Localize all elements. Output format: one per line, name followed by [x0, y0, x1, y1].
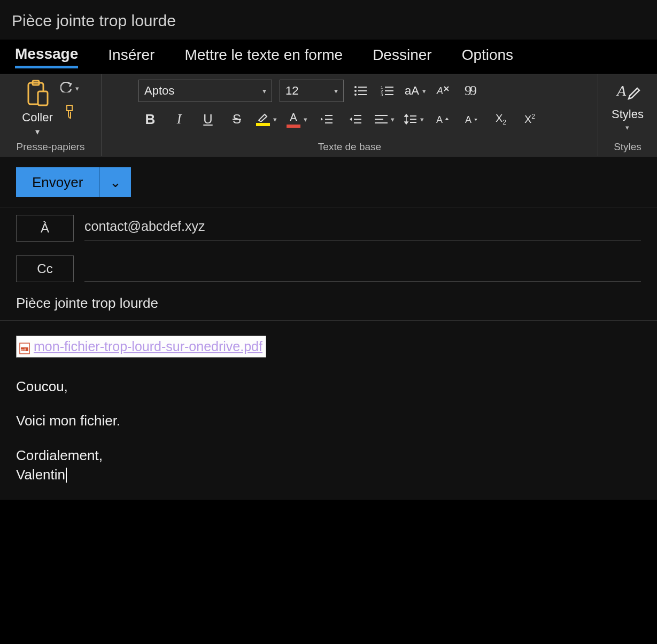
- chevron-down-icon: ▾: [304, 115, 307, 123]
- change-case-button[interactable]: aA ▾: [405, 84, 426, 98]
- group-label-basic-text: Texte de base: [318, 137, 381, 153]
- send-button[interactable]: Envoyer: [16, 167, 100, 197]
- svg-rect-3: [67, 105, 72, 111]
- compose-pane: Envoyer ⌄ À Cc Pièce jointe trop lourde …: [0, 156, 657, 500]
- attachment-link[interactable]: mon-fichier-trop-lourd-sur-onedrive.pdf: [34, 337, 262, 356]
- format-painter-button[interactable]: [64, 104, 75, 121]
- svg-rect-9: [358, 94, 367, 95]
- send-split-button[interactable]: Envoyer ⌄: [16, 167, 131, 197]
- chevron-down-icon: ▾: [75, 84, 79, 92]
- svg-rect-22: [354, 122, 361, 123]
- body-line: Valentin: [16, 465, 641, 484]
- font-family-select[interactable]: Aptos ▾: [138, 80, 272, 102]
- tab-insert[interactable]: Insérer: [108, 46, 154, 67]
- chevron-down-icon: ▾: [422, 87, 426, 95]
- bold-button[interactable]: B: [141, 110, 160, 129]
- svg-rect-21: [354, 119, 361, 120]
- tab-message[interactable]: Message: [15, 45, 78, 68]
- body-line: Voici mon fichier.: [16, 411, 641, 430]
- attachment-chip[interactable]: pdf mon-fichier-trop-lourd-sur-onedrive.…: [16, 336, 266, 358]
- svg-text:A: A: [616, 82, 627, 99]
- svg-rect-26: [410, 115, 416, 117]
- to-button[interactable]: À: [16, 215, 74, 242]
- increase-font-button[interactable]: A: [434, 110, 453, 129]
- window-title: Pièce jointe trop lourde: [0, 0, 657, 40]
- chevron-down-icon: ▾: [334, 87, 338, 95]
- to-input[interactable]: [84, 215, 641, 241]
- align-left-icon: [375, 114, 388, 125]
- svg-rect-25: [375, 122, 388, 123]
- body-line: Cordialement,: [16, 446, 641, 465]
- decrease-font-button[interactable]: A: [462, 110, 482, 129]
- undo-icon: [60, 82, 73, 95]
- styles-button[interactable]: A Styles ▾: [606, 80, 649, 131]
- chevron-down-icon: ▾: [391, 115, 395, 123]
- superscript-button[interactable]: X2: [520, 110, 539, 129]
- svg-rect-15: [385, 94, 393, 95]
- ribbon-tabbar: Message Insérer Mettre le texte en forme…: [0, 40, 657, 74]
- chevron-down-icon: ▾: [273, 115, 277, 123]
- pdf-icon: pdf: [19, 340, 30, 353]
- ribbon-group-clipboard: Coller ▾ ▾ Presse-papiers: [0, 74, 102, 156]
- svg-rect-18: [325, 119, 333, 120]
- align-button[interactable]: ▾: [375, 114, 395, 125]
- paste-label: Coller: [22, 111, 52, 125]
- italic-button[interactable]: I: [169, 110, 189, 129]
- send-dropdown[interactable]: ⌄: [100, 167, 131, 197]
- cc-input[interactable]: [84, 256, 641, 282]
- clear-formatting-button[interactable]: A: [434, 81, 453, 100]
- subscript-button[interactable]: X2: [491, 110, 511, 129]
- message-body[interactable]: pdf mon-fichier-trop-lourd-sur-onedrive.…: [0, 321, 657, 500]
- svg-rect-7: [358, 90, 367, 91]
- ribbon-group-styles: A Styles ▾ Styles: [598, 74, 657, 156]
- subject-input[interactable]: Pièce jointe trop lourde: [16, 295, 641, 312]
- font-size-select[interactable]: 12 ▾: [280, 80, 344, 102]
- svg-rect-2: [38, 91, 48, 105]
- svg-rect-5: [358, 87, 367, 88]
- group-label-clipboard: Presse-papiers: [17, 137, 85, 153]
- line-spacing-icon: [404, 113, 417, 125]
- undo-button[interactable]: ▾: [60, 82, 79, 95]
- chevron-down-icon: ▾: [625, 123, 629, 131]
- svg-rect-27: [410, 119, 416, 120]
- text-cursor: [66, 468, 67, 483]
- font-size-value: 12: [285, 84, 298, 98]
- chevron-down-icon: ▾: [420, 115, 424, 123]
- change-case-icon: aA: [405, 84, 419, 98]
- svg-point-4: [354, 86, 357, 88]
- bulleted-list-button[interactable]: [351, 81, 370, 100]
- strikethrough-button[interactable]: S: [227, 110, 246, 129]
- tab-options[interactable]: Options: [462, 46, 514, 67]
- tab-draw[interactable]: Dessiner: [373, 46, 431, 67]
- chevron-down-icon: ⌄: [110, 174, 121, 191]
- svg-text:A: A: [436, 86, 443, 96]
- svg-text:A: A: [436, 114, 443, 125]
- quote-button[interactable]: 99: [460, 81, 480, 100]
- cc-button[interactable]: Cc: [16, 255, 74, 282]
- styles-label: Styles: [612, 107, 644, 121]
- paste-button[interactable]: Coller ▾: [22, 80, 52, 137]
- svg-text:3: 3: [381, 92, 383, 97]
- font-color-button[interactable]: A ▾: [287, 111, 307, 128]
- svg-rect-11: [385, 87, 393, 88]
- tab-format-text[interactable]: Mettre le texte en forme: [184, 46, 343, 67]
- underline-button[interactable]: U: [198, 110, 218, 129]
- highlight-swatch: [256, 123, 270, 126]
- line-spacing-button[interactable]: ▾: [404, 113, 424, 125]
- svg-point-8: [354, 94, 357, 96]
- increase-indent-button[interactable]: [346, 110, 365, 129]
- svg-rect-20: [354, 115, 361, 116]
- highlight-color-button[interactable]: ▾: [256, 112, 277, 126]
- svg-point-6: [354, 90, 357, 92]
- font-family-value: Aptos: [144, 84, 174, 98]
- svg-rect-24: [375, 119, 383, 120]
- numbered-list-button[interactable]: 123: [378, 81, 397, 100]
- svg-rect-17: [325, 115, 333, 116]
- ribbon: Coller ▾ ▾ Presse-papiers Apt: [0, 74, 657, 156]
- svg-rect-28: [410, 122, 416, 123]
- ribbon-group-basic-text: Aptos ▾ 12 ▾ 123 aA ▾ A: [102, 74, 598, 156]
- font-color-icon: A: [290, 111, 297, 123]
- decrease-indent-button[interactable]: [317, 110, 336, 129]
- svg-text:pdf: pdf: [21, 348, 26, 351]
- svg-text:A: A: [465, 114, 472, 125]
